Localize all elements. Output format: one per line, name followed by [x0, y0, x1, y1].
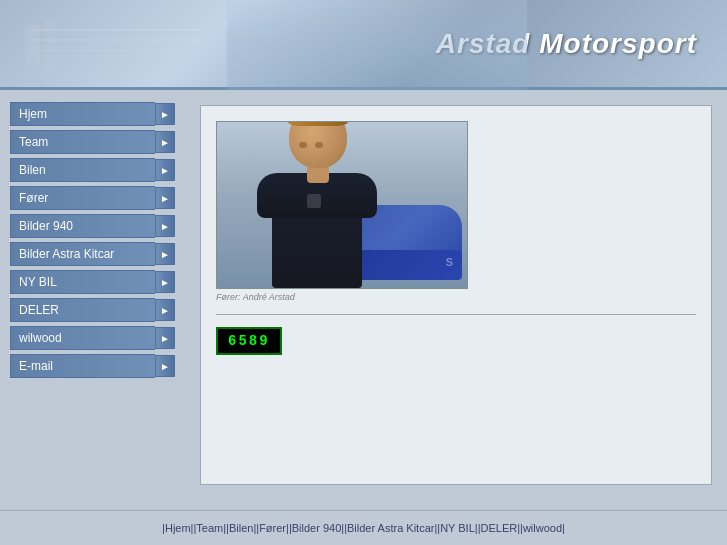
- nav-arrow-bilder940: ►: [155, 215, 175, 237]
- nav-arrow-hjem: ►: [155, 103, 175, 125]
- nav-arrow-wilwood: ►: [155, 327, 175, 349]
- header-deco-lines: [227, 0, 527, 90]
- content-area: S Fører: [185, 90, 727, 510]
- svg-rect-4: [45, 20, 55, 70]
- nav-arrow-email: ►: [155, 355, 175, 377]
- header-decoration: [20, 10, 220, 80]
- sidebar-item-bilder-astra[interactable]: Bilder Astra Kitcar ►: [10, 242, 175, 266]
- sidebar-item-ny-bil[interactable]: NY BIL ►: [10, 270, 175, 294]
- footer-link-forer[interactable]: |Fører|: [256, 522, 289, 534]
- photo-container: S Fører: [216, 121, 696, 302]
- sidebar-item-wilwood[interactable]: wilwood ►: [10, 326, 175, 350]
- sidebar-item-team[interactable]: Team ►: [10, 130, 175, 154]
- svg-rect-3: [25, 25, 40, 65]
- footer-link-bilder-astra[interactable]: |Bilder Astra Kitcar|: [344, 522, 437, 534]
- footer: |Hjem| |Team| |Bilen| |Fører| |Bilder 94…: [0, 510, 727, 545]
- nav-arrow-team: ►: [155, 131, 175, 153]
- footer-link-deler[interactable]: |DELER|: [478, 522, 520, 534]
- sidebar-label-forer: Fører: [10, 186, 155, 210]
- sidebar-label-wilwood: wilwood: [10, 326, 155, 350]
- page-header: Arstad Motorsport: [0, 0, 727, 90]
- nav-arrow-bilen: ►: [155, 159, 175, 181]
- sidebar-item-hjem[interactable]: Hjem ►: [10, 102, 175, 126]
- sidebar-label-bilen: Bilen: [10, 158, 155, 182]
- nav-arrow-deler: ►: [155, 299, 175, 321]
- content-divider: [216, 314, 696, 315]
- sidebar-label-team: Team: [10, 130, 155, 154]
- sidebar-item-email[interactable]: E-mail ►: [10, 354, 175, 378]
- footer-link-ny-bil[interactable]: |NY BIL|: [437, 522, 477, 534]
- footer-link-team[interactable]: |Team|: [193, 522, 226, 534]
- nav-arrow-bilder-astra: ►: [155, 243, 175, 265]
- footer-link-hjem[interactable]: |Hjem|: [162, 522, 193, 534]
- sidebar-item-bilder940[interactable]: Bilder 940 ►: [10, 214, 175, 238]
- visit-counter: 6589: [216, 327, 282, 355]
- sidebar-label-ny-bil: NY BIL: [10, 270, 155, 294]
- footer-link-wilwood[interactable]: |wilwood|: [520, 522, 565, 534]
- main-container: Hjem ► Team ► Bilen ► Fører ► Bilder 940…: [0, 90, 727, 510]
- nav-arrow-forer: ►: [155, 187, 175, 209]
- content-box: S Fører: [200, 105, 712, 485]
- sidebar-label-bilder940: Bilder 940: [10, 214, 155, 238]
- sidebar-label-deler: DELER: [10, 298, 155, 322]
- sidebar-item-deler[interactable]: DELER ►: [10, 298, 175, 322]
- sidebar-item-bilen[interactable]: Bilen ►: [10, 158, 175, 182]
- footer-link-bilen[interactable]: |Bilen|: [226, 522, 256, 534]
- sidebar-item-forer[interactable]: Fører ►: [10, 186, 175, 210]
- footer-link-bilder940[interactable]: |Bilder 940|: [289, 522, 344, 534]
- sidebar-label-email: E-mail: [10, 354, 155, 378]
- footer-links: |Hjem| |Team| |Bilen| |Fører| |Bilder 94…: [162, 522, 565, 534]
- sidebar-label-hjem: Hjem: [10, 102, 155, 126]
- sidebar: Hjem ► Team ► Bilen ► Fører ► Bilder 940…: [0, 90, 185, 510]
- sidebar-label-bilder-astra: Bilder Astra Kitcar: [10, 242, 155, 266]
- photo-caption: Fører: André Arstad: [216, 292, 295, 302]
- driver-photo: S: [216, 121, 468, 289]
- nav-arrow-ny-bil: ►: [155, 271, 175, 293]
